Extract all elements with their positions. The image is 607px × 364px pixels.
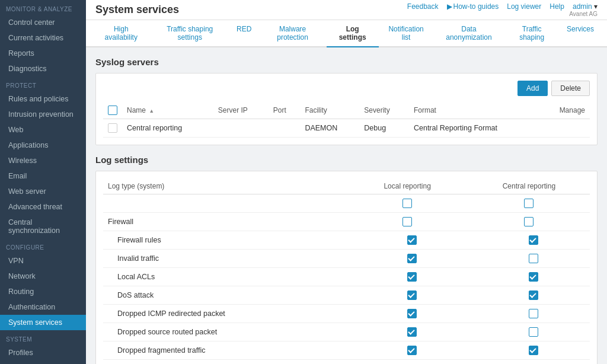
log-local-source-checkbox[interactable] <box>407 327 417 337</box>
syslog-card: Add Delete Name ▲ Server IP Port <box>95 73 598 145</box>
feedback-link[interactable]: Feedback <box>407 2 439 11</box>
row-facility: DAEMON <box>300 119 359 138</box>
log-local-all-checkbox[interactable] <box>402 199 412 208</box>
row-format: Central Reporting Format <box>409 119 540 138</box>
sidebar-section-label-system: SYSTEM <box>0 330 86 345</box>
sidebar-item-system-services[interactable]: System services <box>0 315 86 330</box>
log-col-central-header: Central reporting <box>468 178 590 194</box>
sidebar-section-configure: CONFIGURE VPN Network Routing Authentica… <box>0 238 86 330</box>
log-central-all-checkbox[interactable] <box>524 199 533 208</box>
log-local-acls-checkbox[interactable] <box>407 272 417 282</box>
sidebar-item-network[interactable]: Network <box>0 269 86 284</box>
col-serverip-header: Server IP <box>213 102 269 119</box>
log-row-mac-filtering: MAC filtering <box>103 360 590 365</box>
row-severity: Debug <box>359 119 409 138</box>
user-label[interactable]: admin ▾ <box>573 2 598 11</box>
log-central-all[interactable] <box>468 194 590 213</box>
tab-traffic-shaping[interactable]: Traffic shaping <box>504 20 560 47</box>
sidebar-section-label-monitor: MONITOR & ANALYZE <box>0 0 86 15</box>
select-all-checkbox[interactable] <box>108 106 117 115</box>
log-col-local-header: Local reporting <box>347 178 468 194</box>
sidebar-item-central-sync[interactable]: Central synchronization <box>0 215 86 238</box>
log-local-icmp-checkbox[interactable] <box>407 309 417 318</box>
sidebar-item-wireless[interactable]: Wireless <box>0 153 86 168</box>
log-row-fragmented: Dropped fragmented traffic <box>103 341 590 360</box>
syslog-section-title: Syslog servers <box>95 57 598 67</box>
table-row: Central reporting DAEMON Debug Central R… <box>103 119 590 138</box>
topbar-right: Feedback ▶How-to guides Log viewer Help … <box>407 2 598 17</box>
sidebar-item-email[interactable]: Email <box>0 168 86 184</box>
tab-red[interactable]: RED <box>229 20 258 47</box>
tab-services[interactable]: Services <box>560 20 601 47</box>
log-local-frag-checkbox[interactable] <box>407 346 417 355</box>
log-local-dos-checkbox[interactable] <box>407 290 417 300</box>
sidebar-item-intrusion[interactable]: Intrusion prevention <box>0 107 86 122</box>
tab-traffic-shaping-settings[interactable]: Traffic shaping settings <box>150 20 229 47</box>
log-central-invalid-checkbox[interactable] <box>529 254 538 263</box>
log-local-invalid-checkbox[interactable] <box>407 254 417 263</box>
log-central-firewall[interactable] <box>468 213 590 231</box>
log-type-local-acls: Local ACLs <box>103 268 347 286</box>
add-button[interactable]: Add <box>517 81 548 96</box>
help-link[interactable]: Help <box>550 2 564 11</box>
log-local-firewall-checkbox[interactable] <box>402 217 412 226</box>
log-central-dos-checkbox[interactable] <box>529 290 538 300</box>
sidebar-item-webserver[interactable]: Web server <box>0 184 86 199</box>
log-table: Log type (system) Local reporting Centra… <box>103 178 590 364</box>
howto-link[interactable]: ▶How-to guides <box>447 2 499 11</box>
log-central-firewall-checkbox[interactable] <box>524 217 533 226</box>
row-checkbox[interactable] <box>108 123 117 133</box>
log-local-fw-rules-checkbox[interactable] <box>407 235 417 245</box>
log-row-icmp: Dropped ICMP redirected packet <box>103 305 590 323</box>
col-format-header: Format <box>409 102 540 119</box>
log-type-firewall: Firewall <box>103 213 347 231</box>
col-port-header: Port <box>269 102 301 119</box>
col-facility-header: Facility <box>300 102 359 119</box>
sidebar-item-reports[interactable]: Reports <box>0 46 86 61</box>
video-icon: ▶ <box>447 2 452 11</box>
sidebar-section-label-configure: CONFIGURE <box>0 238 86 253</box>
sidebar-item-advanced-threat[interactable]: Advanced threat <box>0 199 86 215</box>
log-type-all <box>103 194 347 213</box>
log-type-icmp: Dropped ICMP redirected packet <box>103 305 347 323</box>
syslog-toolbar: Add Delete <box>103 81 590 96</box>
log-local-all[interactable] <box>347 194 468 213</box>
sidebar-item-authentication[interactable]: Authentication <box>0 299 86 315</box>
sidebar-item-profiles[interactable]: Profiles <box>0 345 86 360</box>
log-local-firewall[interactable] <box>347 213 468 231</box>
tab-log-settings[interactable]: Log settings <box>327 20 379 47</box>
sidebar-section-label-protect: PROTECT <box>0 76 86 91</box>
log-central-frag-checkbox[interactable] <box>529 346 538 355</box>
sidebar-item-vpn[interactable]: VPN <box>0 253 86 269</box>
tab-malware-protection[interactable]: Malware protection <box>258 20 327 47</box>
sidebar-item-rules[interactable]: Rules and policies <box>0 91 86 107</box>
sidebar-item-applications[interactable]: Applications <box>0 138 86 153</box>
main-content: System services Feedback ▶How-to guides … <box>86 0 607 364</box>
sidebar-item-hosts[interactable]: Hosts and services <box>0 360 86 364</box>
log-central-icmp-checkbox[interactable] <box>529 309 538 318</box>
delete-button[interactable]: Delete <box>551 81 590 96</box>
sidebar-item-web[interactable]: Web <box>0 122 86 138</box>
sidebar-section-monitor: MONITOR & ANALYZE Control center Current… <box>0 0 86 76</box>
log-card: Log type (system) Local reporting Centra… <box>95 171 598 364</box>
log-type-invalid-traffic: Invalid traffic <box>103 250 347 268</box>
sidebar-item-diagnostics[interactable]: Diagnostics <box>0 61 86 76</box>
log-central-fw-rules-checkbox[interactable] <box>529 235 538 245</box>
tab-notification-list[interactable]: Notification list <box>379 20 434 47</box>
sidebar-item-control-center[interactable]: Control center <box>0 15 86 30</box>
sort-icon: ▲ <box>149 108 154 114</box>
row-name: Central reporting <box>122 119 213 138</box>
tab-high-availability[interactable]: High availability <box>92 20 150 47</box>
log-central-source-checkbox[interactable] <box>529 327 538 337</box>
log-central-acls-checkbox[interactable] <box>529 272 538 282</box>
select-all-header[interactable] <box>103 102 122 119</box>
sidebar-item-current-activities[interactable]: Current activities <box>0 30 86 46</box>
tab-data-anonymization[interactable]: Data anonymization <box>434 20 504 47</box>
log-row-all <box>103 194 590 213</box>
log-row-invalid-traffic: Invalid traffic <box>103 250 590 268</box>
log-col-type-header: Log type (system) <box>103 178 347 194</box>
sidebar-section-protect: PROTECT Rules and policies Intrusion pre… <box>0 76 86 238</box>
sidebar-item-routing[interactable]: Routing <box>0 284 86 299</box>
topbar: System services Feedback ▶How-to guides … <box>86 0 607 20</box>
logviewer-link[interactable]: Log viewer <box>507 2 541 11</box>
